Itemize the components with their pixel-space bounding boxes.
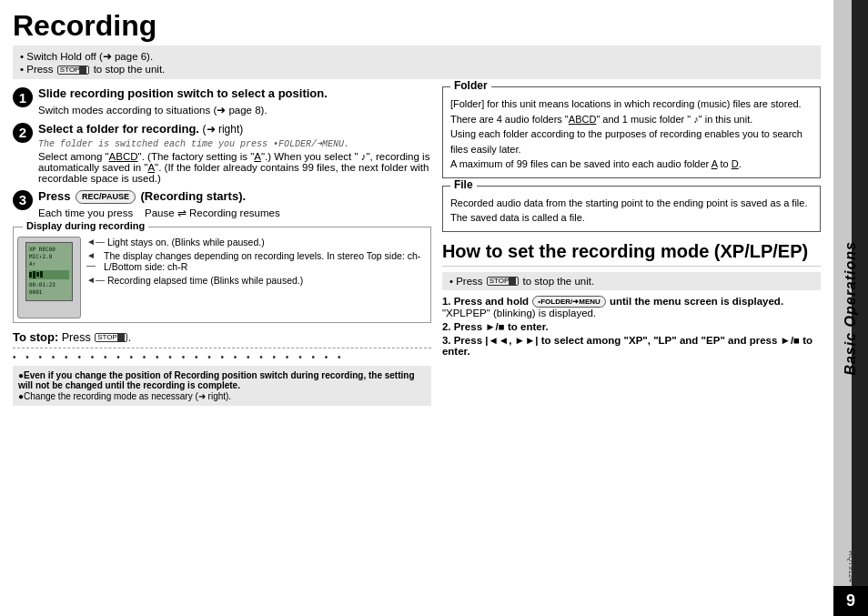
page-title: Recording bbox=[13, 11, 821, 40]
device-image: XP REC00 MIC↑2.0 A↑ 00:01:23 0001 bbox=[17, 237, 81, 318]
main-content: Recording • Switch Hold off (➜ page 6). … bbox=[0, 0, 833, 616]
stop-icon-3: STOP bbox=[487, 277, 520, 286]
page-number: 9 bbox=[846, 591, 855, 610]
to-stop-section: To stop: Press STOP . bbox=[13, 330, 431, 348]
step-3-body: Each time you press Pause ⇌ Recording re… bbox=[38, 207, 280, 219]
step-2-italic: The folder is switched each time you pre… bbox=[38, 138, 431, 149]
dot-separator: • • • • • • • • • • • • • • • • • • • • … bbox=[13, 352, 431, 362]
device-screen: XP REC00 MIC↑2.0 A↑ 00:01:23 0001 bbox=[25, 242, 73, 301]
intro-bullet-2: • Press STOP to stop the unit. bbox=[20, 64, 813, 75]
step-3: 3 Press REC/PAUSE (Recording starts). Ea… bbox=[13, 189, 431, 219]
step-2-title: Select a folder for recording. (➜ right) bbox=[38, 122, 431, 137]
step-1-number: 1 bbox=[13, 87, 33, 107]
step-3-title: Press REC/PAUSE (Recording starts). bbox=[38, 189, 280, 205]
file-box-content: Recorded audio data from the starting po… bbox=[450, 192, 812, 226]
folder-menu-btn-1: •FOLDER/➜MENU bbox=[532, 296, 605, 308]
warning-box: ●Even if you change the position of Reco… bbox=[13, 366, 431, 406]
section2-title: How to set the recording mode (XP/LP/EP) bbox=[442, 241, 821, 267]
file-box: File Recorded audio data from the starti… bbox=[442, 186, 821, 232]
display-during-recording-box: Display during recording XP REC00 MIC↑2.… bbox=[13, 227, 431, 323]
step-1: 1 Slide recording position switch to sel… bbox=[13, 86, 431, 116]
display-annotations: ◄— Light stays on. (Blinks while paused.… bbox=[86, 237, 427, 318]
folder-box: Folder [Folder] for this unit means loca… bbox=[442, 86, 821, 178]
num-step-1: 1. Press and hold •FOLDER/➜MENU until th… bbox=[442, 296, 821, 318]
step-2-body: Select among "ABCD". (The factory settin… bbox=[38, 151, 431, 184]
num-step-2: 2. Press ►/■ to enter. bbox=[442, 321, 821, 332]
rec-pause-button-icon: REC/PAUSE bbox=[76, 190, 136, 205]
step-1-body: Switch modes according to situations (➜ … bbox=[38, 104, 328, 116]
rqt-code: RQT9124 bbox=[847, 550, 855, 582]
annot-2-text: The display changes depending on recordi… bbox=[104, 250, 427, 272]
left-column: 1 Slide recording position switch to sel… bbox=[13, 86, 431, 406]
folder-box-label: Folder bbox=[450, 79, 491, 92]
intro-section: • Switch Hold off (➜ page 6). • Press ST… bbox=[13, 45, 821, 79]
sidebar-label: Basic Operations bbox=[843, 241, 859, 376]
section2: How to set the recording mode (XP/LP/EP)… bbox=[442, 241, 821, 357]
to-stop-label: To stop: bbox=[13, 330, 58, 344]
stop-icon-2: STOP bbox=[95, 333, 127, 342]
step-1-title: Slide recording position switch to selec… bbox=[38, 86, 328, 102]
annot-1-text: Light stays on. (Blinks while paused.) bbox=[107, 237, 265, 247]
file-box-label: File bbox=[450, 178, 477, 191]
step-2: 2 Select a folder for recording. (➜ righ… bbox=[13, 122, 431, 184]
stop-icon: STOP bbox=[57, 66, 90, 75]
annotation-2: ◄— The display changes depending on reco… bbox=[86, 250, 427, 272]
numbered-steps: 1. Press and hold •FOLDER/➜MENU until th… bbox=[442, 296, 821, 357]
annotation-1: ◄— Light stays on. (Blinks while paused.… bbox=[86, 237, 427, 247]
section2-intro: • Press STOP to stop the unit. bbox=[442, 272, 821, 290]
content-body: 1 Slide recording position switch to sel… bbox=[13, 86, 821, 406]
warning-2: ●Change the recording mode as necessary … bbox=[18, 391, 426, 401]
folder-box-content: [Folder] for this unit means locations i… bbox=[450, 93, 812, 172]
right-column: Folder [Folder] for this unit means loca… bbox=[442, 86, 821, 406]
step-3-number: 3 bbox=[13, 190, 33, 210]
step-2-number: 2 bbox=[13, 123, 33, 143]
annotation-3: ◄— Recording elapsed time (Blinks while … bbox=[86, 275, 427, 286]
annot-3-text: Recording elapsed time (Blinks while pau… bbox=[107, 275, 303, 286]
warning-1: ●Even if you change the position of Reco… bbox=[18, 370, 426, 390]
num-step-3: 3. Press |◄◄, ►►| to select among "XP", … bbox=[442, 335, 821, 357]
sidebar: Basic Operations RQT9124 9 bbox=[833, 0, 868, 616]
display-box-title: Display during recording bbox=[23, 220, 148, 231]
intro-bullet-1: • Switch Hold off (➜ page 6). bbox=[20, 50, 813, 63]
page-number-box: 9 bbox=[833, 586, 868, 616]
